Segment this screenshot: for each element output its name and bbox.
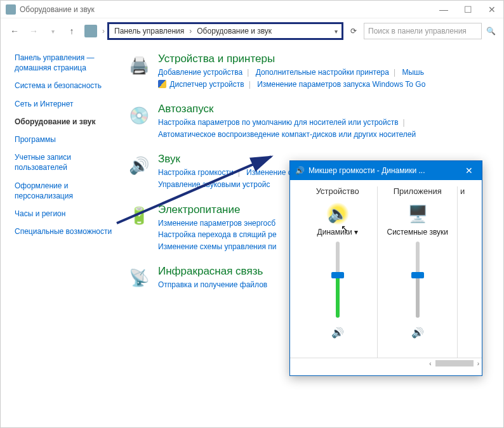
sidebar-item-appearance[interactable]: Оформление и персонализация (15, 181, 112, 201)
link-power-plan[interactable]: Изменение схемы управления пи (158, 242, 276, 251)
link-mouse[interactable]: Мышь (402, 68, 424, 77)
breadcrumb-sep-icon: › (102, 27, 105, 36)
link-audio-devices[interactable]: Управление звуковыми устройс (158, 180, 270, 189)
minimize-button[interactable]: — (437, 4, 450, 15)
breadcrumb-current[interactable]: Оборудование и звук (197, 27, 272, 36)
recent-dropdown[interactable]: ▾ (44, 22, 62, 40)
printer-icon: 🖨️ (126, 53, 152, 78)
breadcrumb-root[interactable]: Панель управления (114, 27, 184, 36)
sidebar-item-accessibility[interactable]: Специальные возможности (15, 226, 112, 237)
chevron-right-icon: › (189, 27, 192, 36)
category-autoplay[interactable]: Автозапуск (158, 103, 496, 115)
scroll-thumb[interactable] (435, 360, 474, 366)
refresh-button[interactable]: ⟳ (346, 27, 361, 36)
link-power-save[interactable]: Изменение параметров энергосб (158, 219, 275, 228)
link-ir-send[interactable]: Отправка и получение файлов (158, 280, 267, 289)
category-devices[interactable]: Устройства и принтеры (158, 53, 496, 65)
speaker-title-icon: 🔊 (295, 166, 305, 175)
link-autoplay-cd[interactable]: Автоматическое воспроизведение компакт-д… (158, 130, 416, 139)
sidebar-item-programs[interactable]: Программы (15, 134, 112, 145)
link-add-device[interactable]: Добавление устройства (158, 68, 242, 77)
shield-icon (158, 80, 166, 88)
address-bar[interactable]: Панель управления › Оборудование и звук … (107, 22, 343, 40)
back-button[interactable]: ← (6, 22, 23, 40)
mixer-apps-header: Приложения (378, 186, 457, 196)
link-printer-settings[interactable]: Дополнительные настройки принтера (256, 68, 389, 77)
close-button[interactable]: ✕ (486, 4, 498, 15)
search-button[interactable]: 🔍 (483, 27, 498, 36)
search-input[interactable]: Поиск в панели управления (364, 23, 482, 39)
control-panel-icon (6, 4, 16, 15)
mixer-extra-header: и (458, 186, 475, 196)
speaker-mute-button[interactable]: 🔊 (331, 327, 344, 339)
sidebar-item-clock[interactable]: Часы и регион (15, 209, 112, 219)
sidebar-home-line2: домашняя страница (15, 63, 86, 72)
sidebar-item-accounts[interactable]: Учетные записи пользователей (15, 152, 112, 172)
speaker-volume-slider[interactable] (336, 242, 340, 318)
sidebar-home[interactable]: Панель управления — домашняя страница (15, 53, 112, 73)
autoplay-icon: 💿 (126, 103, 152, 128)
sidebar-item-hardware[interactable]: Оборудование и звук (15, 117, 112, 127)
sidebar-home-line1: Панель управления — (15, 53, 95, 62)
link-device-manager[interactable]: Диспетчер устройств (169, 80, 244, 89)
cursor-icon: ↖ (341, 223, 348, 233)
link-volume[interactable]: Настройка громкости (158, 168, 234, 177)
system-mute-button[interactable]: 🔊 (411, 327, 424, 339)
sidebar-item-network[interactable]: Сеть и Интернет (15, 99, 112, 109)
power-icon: 🔋 (126, 204, 152, 229)
address-dropdown-icon[interactable]: ▾ (335, 28, 338, 35)
scroll-right-icon[interactable]: › (477, 360, 479, 367)
scroll-left-icon[interactable]: ‹ (429, 360, 431, 367)
sound-icon: 🔊 (126, 153, 152, 178)
mixer-close-button[interactable]: ✕ (461, 165, 477, 176)
mixer-device-header: Устройство (298, 186, 377, 196)
forward-button[interactable]: → (25, 22, 43, 40)
mixer-scrollbar[interactable]: ‹ › (290, 358, 482, 368)
sidebar-item-system[interactable]: Система и безопасность (15, 81, 112, 91)
location-icon (84, 25, 97, 37)
system-volume-slider[interactable] (416, 242, 420, 318)
up-button[interactable]: ↑ (63, 22, 81, 40)
search-placeholder: Поиск в панели управления (368, 27, 467, 36)
system-sounds-label: Системные звуки (378, 228, 457, 237)
link-sleep[interactable]: Настройка перехода в спящий ре (158, 230, 277, 239)
system-sounds-icon[interactable]: 🖥️ (406, 202, 429, 225)
window-title: Оборудование и звук (20, 5, 437, 14)
speaker-device-icon[interactable]: 🔈↖ (326, 202, 349, 225)
maximize-button[interactable]: ☐ (461, 4, 474, 15)
link-autoplay-default[interactable]: Настройка параметров по умолчанию для но… (158, 118, 399, 127)
speaker-label[interactable]: Динамики ▾ (298, 228, 377, 237)
volume-mixer-window[interactable]: 🔊 Микшер громкости - Динамики ... ✕ Устр… (289, 160, 482, 376)
infrared-icon: 📡 (126, 265, 152, 290)
mixer-title: Микшер громкости - Динамики ... (308, 166, 461, 175)
link-windows-togo[interactable]: Изменение параметров запуска Windows To … (257, 80, 425, 89)
